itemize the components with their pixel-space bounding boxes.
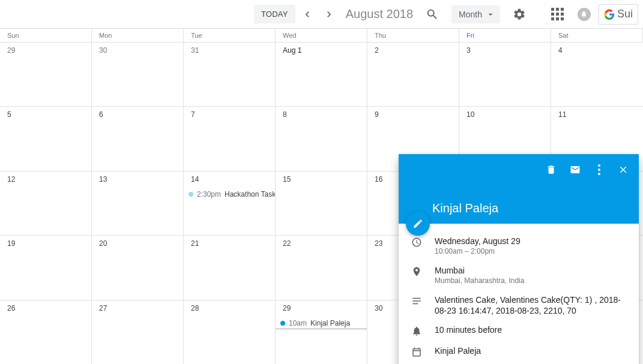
date-number: 12 (0, 175, 91, 183)
day-cell[interactable]: 31 (184, 42, 276, 106)
date-number: 9 (367, 110, 459, 119)
date-number: 5 (0, 110, 91, 119)
day-cell[interactable]: 27 (92, 300, 184, 364)
gear-icon (513, 8, 526, 21)
date-number: 2 (367, 46, 459, 55)
delete-event-button[interactable] (540, 159, 562, 181)
date-number: 28 (184, 304, 275, 312)
clock-icon (411, 237, 422, 248)
date-number: 30 (92, 46, 183, 55)
notifications-button[interactable] (572, 2, 596, 26)
day-cell[interactable]: 4 (551, 42, 643, 106)
event-time: 2:30pm (197, 190, 221, 198)
date-number: 13 (92, 175, 183, 183)
event-title: Kinjal Paleja (310, 319, 350, 327)
day-cell[interactable]: 8 (276, 106, 367, 170)
popup-header: Kinjal Paleja (399, 154, 639, 224)
day-cell[interactable]: 26 (0, 300, 92, 364)
popup-location: Mumbai (435, 265, 629, 276)
day-cell[interactable]: 19 (0, 235, 92, 299)
date-number: 27 (92, 304, 183, 312)
day-cell[interactable]: 28 (184, 300, 276, 364)
more-vert-icon (598, 164, 600, 175)
search-icon (426, 8, 439, 21)
google-logo-icon (604, 9, 615, 20)
dayhead-sun: Sun (0, 29, 92, 42)
edit-event-button[interactable] (406, 212, 430, 236)
toolbar: TODAY August 2018 Month Sui (0, 0, 643, 29)
date-number: 4 (551, 46, 643, 55)
date-number: 7 (184, 110, 275, 119)
popup-timerange: 10:00am – 2:00pm (435, 247, 629, 257)
settings-button[interactable] (507, 2, 531, 26)
day-cell[interactable]: 5 (0, 106, 92, 170)
popup-event-title: Kinjal Paleja (432, 201, 498, 215)
day-cell[interactable]: Aug 1 (276, 42, 367, 106)
email-guests-button[interactable] (564, 159, 586, 181)
day-cell[interactable]: 22 (276, 235, 367, 299)
dayhead-wed: Wed (276, 29, 367, 42)
day-cell[interactable]: 15 (276, 171, 367, 235)
popup-description: Valentines Cake, Valentines Cake(QTY: 1)… (435, 294, 629, 316)
date-number: 26 (0, 304, 91, 312)
close-popup-button[interactable] (612, 159, 634, 181)
day-cell[interactable]: 30 (92, 42, 184, 106)
day-cell[interactable]: 29 (0, 42, 92, 106)
bell-icon (411, 326, 422, 336)
trash-icon (546, 164, 557, 175)
pencil-icon (412, 218, 423, 229)
date-number: 19 (0, 239, 91, 248)
day-cell[interactable]: 12 (0, 171, 92, 235)
day-cell[interactable]: 20 (92, 235, 184, 299)
popup-calendar-name: Kinjal Paleja (435, 345, 629, 356)
date-number: 3 (459, 46, 551, 55)
apps-grid-icon (551, 8, 564, 20)
view-selector[interactable]: Month (451, 5, 500, 23)
chevron-right-icon (323, 8, 335, 20)
gsuite-badge[interactable]: Sui (599, 4, 638, 25)
calendar-event[interactable]: 2:30pm Hackathon Tasks Dis (184, 188, 275, 200)
notes-icon (411, 296, 422, 306)
today-button[interactable]: TODAY (254, 5, 295, 23)
day-cell[interactable]: 6 (92, 106, 184, 170)
dayhead-sat: Sat (551, 29, 643, 42)
date-number: 11 (551, 110, 643, 119)
event-time: 10am (289, 319, 307, 327)
event-options-button[interactable] (588, 159, 610, 181)
popup-location-sub: Mumbai, Maharashtra, India (435, 276, 629, 286)
location-icon (411, 266, 422, 277)
prev-button[interactable] (298, 5, 317, 24)
calendar-icon (411, 347, 422, 357)
date-number: 10 (459, 110, 551, 119)
day-cell[interactable]: 3 (459, 42, 551, 106)
popup-time-row: Wednesday, August 29 10:00am – 2:00pm (408, 236, 629, 257)
day-cell[interactable]: 13 (92, 171, 184, 235)
apps-button[interactable] (546, 2, 570, 26)
mail-icon (570, 164, 581, 175)
day-cell[interactable]: 29 10am Kinjal Paleja (276, 300, 367, 364)
search-button[interactable] (420, 2, 444, 26)
day-cell[interactable]: 14 2:30pm Hackathon Tasks Dis (184, 171, 276, 235)
date-number: 20 (92, 239, 183, 248)
view-selector-label: Month (459, 10, 482, 19)
calendar-event-selected[interactable]: 10am Kinjal Paleja (276, 317, 367, 329)
chevron-left-icon (301, 8, 313, 20)
day-cell[interactable]: 21 (184, 235, 276, 299)
date-number: 6 (92, 110, 183, 119)
next-button[interactable] (319, 5, 339, 24)
popup-location-row: Mumbai Mumbai, Maharashtra, India (408, 265, 629, 286)
day-cell[interactable]: 7 (184, 106, 276, 170)
date-number: 29 (276, 304, 367, 312)
date-number: 29 (0, 46, 91, 55)
day-cell[interactable]: 2 (367, 42, 459, 106)
date-number: Aug 1 (276, 46, 367, 55)
dayhead-fri: Fri (459, 29, 551, 42)
popup-body: Wednesday, August 29 10:00am – 2:00pm Mu… (399, 224, 639, 364)
dayhead-tue: Tue (184, 29, 276, 42)
bell-icon (578, 8, 591, 21)
popup-calendar-row: Kinjal Paleja (408, 345, 629, 358)
popup-date: Wednesday, August 29 (435, 236, 629, 246)
event-title: Hackathon Tasks Dis (225, 190, 275, 198)
date-number: 22 (276, 239, 367, 248)
close-icon (618, 164, 629, 175)
